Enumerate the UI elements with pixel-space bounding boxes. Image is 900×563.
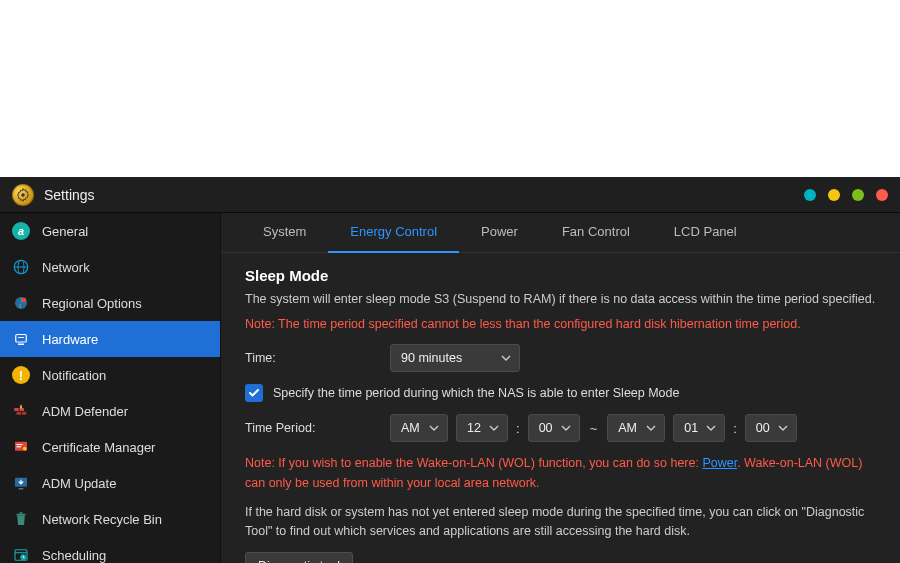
dot-yellow[interactable]: [828, 189, 840, 201]
sidebar-item-scheduling[interactable]: Scheduling: [0, 537, 220, 563]
svg-rect-15: [17, 446, 22, 447]
sidebar-item-certificate-manager[interactable]: Certificate Manager: [0, 429, 220, 465]
dot-green[interactable]: [852, 189, 864, 201]
svg-rect-6: [16, 335, 27, 343]
tab-bar: SystemEnergy ControlPowerFan ControlLCD …: [221, 213, 900, 253]
sidebar: aGeneralNetworkRegional OptionsHardware!…: [0, 213, 221, 563]
sidebar-item-regional-options[interactable]: Regional Options: [0, 285, 220, 321]
sidebar-item-adm-update[interactable]: ADM Update: [0, 465, 220, 501]
alert-icon: !: [12, 366, 30, 384]
period-min-2-select[interactable]: 00: [745, 414, 797, 442]
svg-point-0: [21, 193, 25, 197]
region-icon: [12, 294, 30, 312]
period-min-1-select[interactable]: 00: [528, 414, 580, 442]
window-title: Settings: [44, 187, 95, 203]
svg-point-5: [22, 298, 27, 303]
tab-fan-control[interactable]: Fan Control: [540, 213, 652, 253]
hardware-icon: [12, 330, 30, 348]
colon-separator: :: [516, 421, 520, 436]
chevron-down-icon: [646, 425, 656, 431]
sleep-note-2: Note: If you wish to enable the Wake-on-…: [245, 454, 876, 493]
sidebar-item-adm-defender[interactable]: ADM Defender: [0, 393, 220, 429]
tab-system[interactable]: System: [241, 213, 328, 253]
svg-rect-9: [14, 408, 19, 411]
sidebar-item-label: General: [42, 224, 88, 239]
tab-energy-control[interactable]: Energy Control: [328, 213, 459, 253]
sidebar-item-label: Hardware: [42, 332, 98, 347]
sidebar-item-network-recycle-bin[interactable]: Network Recycle Bin: [0, 501, 220, 537]
schedule-icon: [12, 546, 30, 563]
recycle-icon: [12, 510, 30, 528]
chevron-down-icon: [489, 425, 499, 431]
time-select-value: 90 minutes: [401, 351, 462, 365]
chevron-down-icon: [501, 355, 511, 361]
svg-rect-14: [17, 444, 23, 445]
svg-point-16: [23, 447, 27, 451]
sleep-description: The system will enter sleep mode S3 (Sus…: [245, 290, 876, 309]
chevron-down-icon: [706, 425, 716, 431]
period-hour-2-select[interactable]: 01: [673, 414, 725, 442]
titlebar: Settings: [0, 177, 900, 213]
tab-lcd-panel[interactable]: LCD Panel: [652, 213, 759, 253]
tab-power[interactable]: Power: [459, 213, 540, 253]
time-select[interactable]: 90 minutes: [390, 344, 520, 372]
time-label: Time:: [245, 351, 390, 365]
diagnostic-tool-button[interactable]: Diagnostic tool: [245, 552, 353, 563]
sidebar-item-label: Network Recycle Bin: [42, 512, 162, 527]
sidebar-item-label: Regional Options: [42, 296, 142, 311]
period-ampm-1-select[interactable]: AM: [390, 414, 448, 442]
svg-rect-11: [17, 412, 22, 415]
window-controls: [804, 189, 888, 201]
sidebar-item-network[interactable]: Network: [0, 249, 220, 285]
chevron-down-icon: [778, 425, 788, 431]
cert-icon: [12, 438, 30, 456]
chevron-down-icon: [429, 425, 439, 431]
sidebar-item-label: Notification: [42, 368, 106, 383]
firewall-icon: [12, 402, 30, 420]
sidebar-item-label: Scheduling: [42, 548, 106, 563]
specify-period-row: Specify the time period during which the…: [245, 384, 876, 402]
tilde-separator: ~: [588, 421, 600, 436]
time-period-label: Time Period:: [245, 421, 382, 435]
period-hour-1-select[interactable]: 12: [456, 414, 508, 442]
energy-control-pane: Sleep Mode The system will enter sleep m…: [221, 253, 900, 563]
svg-rect-20: [20, 512, 23, 514]
power-link[interactable]: Power: [702, 456, 737, 470]
sidebar-item-label: ADM Update: [42, 476, 116, 491]
content-area: SystemEnergy ControlPowerFan ControlLCD …: [221, 213, 900, 563]
sidebar-item-notification[interactable]: !Notification: [0, 357, 220, 393]
period-ampm-2-select[interactable]: AM: [607, 414, 665, 442]
diagnostic-description: If the hard disk or system has not yet e…: [245, 503, 876, 541]
globe-icon: [12, 258, 30, 276]
time-row: Time: 90 minutes: [245, 344, 876, 372]
sidebar-item-label: ADM Defender: [42, 404, 128, 419]
a-icon: a: [12, 222, 30, 240]
time-period-row: Time Period: AM 12 : 00 ~ AM 01 : 00: [245, 414, 876, 442]
svg-rect-18: [19, 488, 24, 489]
svg-rect-12: [22, 412, 27, 415]
update-icon: [12, 474, 30, 492]
section-title-sleep: Sleep Mode: [245, 267, 876, 284]
dot-teal[interactable]: [804, 189, 816, 201]
sidebar-item-hardware[interactable]: Hardware: [0, 321, 220, 357]
svg-rect-7: [18, 344, 24, 346]
sleep-note-1: Note: The time period specified cannot b…: [245, 315, 876, 334]
dot-red[interactable]: [876, 189, 888, 201]
settings-window: Settings aGeneralNetworkRegional Options…: [0, 177, 900, 563]
svg-rect-19: [17, 514, 26, 516]
chevron-down-icon: [561, 425, 571, 431]
settings-icon: [12, 184, 34, 206]
sidebar-item-general[interactable]: aGeneral: [0, 213, 220, 249]
colon-separator: :: [733, 421, 737, 436]
specify-period-checkbox[interactable]: [245, 384, 263, 402]
specify-period-label: Specify the time period during which the…: [273, 386, 679, 400]
sidebar-item-label: Certificate Manager: [42, 440, 155, 455]
sidebar-item-label: Network: [42, 260, 90, 275]
